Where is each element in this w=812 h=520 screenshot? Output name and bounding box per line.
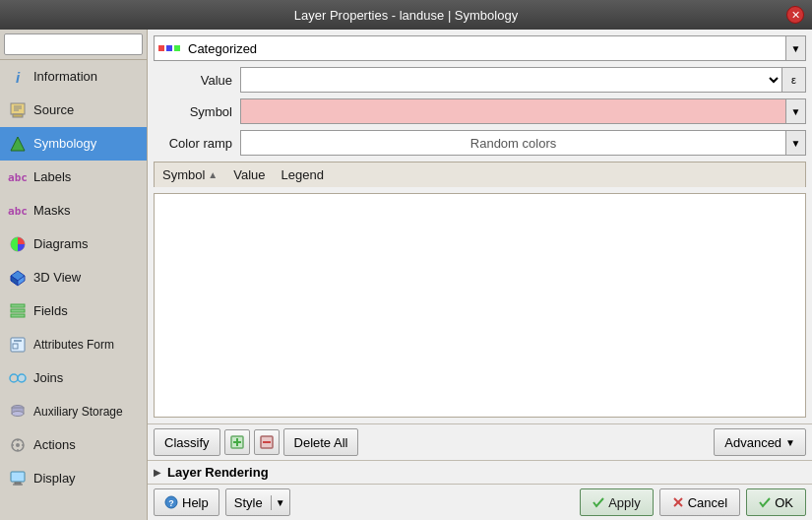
table-header-symbol: Symbol ▲ [155, 167, 225, 182]
svg-point-16 [10, 374, 18, 382]
table-header: Symbol ▲ Value Legend [154, 162, 806, 187]
add-rule-button[interactable] [224, 429, 250, 455]
sidebar-item-3dview[interactable]: 3D View [0, 261, 147, 294]
svg-point-22 [16, 443, 20, 447]
svg-rect-10 [11, 304, 25, 307]
color-ramp-value: Random colors [241, 131, 785, 155]
sidebar-item-label: Source [33, 102, 74, 118]
auxiliary-storage-icon [8, 402, 28, 422]
style-combo-button[interactable]: Style ▼ [225, 488, 290, 516]
masks-icon: abc [8, 201, 28, 221]
search-box [0, 30, 147, 60]
sidebar-item-label: Attributes Form [33, 338, 114, 352]
symbol-control[interactable]: ▼ [240, 98, 806, 124]
cancel-button[interactable]: Cancel [659, 488, 740, 516]
table-header-value: Value [225, 167, 273, 182]
sidebar-item-actions[interactable]: Actions [0, 428, 147, 462]
sidebar-item-label: Joins [33, 370, 63, 386]
3dview-icon [8, 268, 28, 288]
main-layout: i Information Source Symbology [0, 30, 812, 520]
layer-rendering-row[interactable]: ▶ Layer Rendering [148, 460, 812, 484]
table-header-legend: Legend [274, 167, 332, 182]
svg-rect-12 [11, 314, 25, 317]
value-row: Value ε [154, 67, 806, 93]
color-ramp-arrow[interactable]: ▼ [785, 131, 805, 155]
display-icon [8, 469, 28, 488]
help-button[interactable]: ? Help [154, 488, 219, 516]
value-label: Value [154, 73, 232, 88]
sidebar: i Information Source Symbology [0, 30, 148, 520]
labels-icon: abc [8, 167, 28, 187]
svg-text:?: ? [168, 498, 174, 508]
search-input[interactable] [4, 33, 143, 55]
advanced-dropdown-arrow: ▼ [785, 437, 795, 448]
style-arrow: ▼ [272, 497, 289, 508]
renderer-type: Categorized [184, 41, 785, 56]
classify-button[interactable]: Classify [154, 428, 220, 456]
information-icon: i [8, 67, 28, 87]
svg-point-20 [12, 412, 24, 417]
sidebar-item-masks[interactable]: abc Masks [0, 194, 147, 228]
sidebar-item-label: Diagrams [33, 236, 89, 252]
symbol-preview [241, 99, 785, 123]
value-select[interactable] [241, 68, 781, 92]
table-body [154, 193, 806, 418]
titlebar: Layer Properties - landuse | Symbology ✕ [0, 0, 812, 30]
renderer-dropdown-arrow[interactable]: ▼ [785, 36, 805, 60]
layer-rendering-label: Layer Rendering [167, 465, 269, 480]
symbol-row: Symbol ▼ [154, 98, 806, 124]
categorized-icon [155, 45, 184, 51]
diagrams-icon [8, 234, 28, 254]
renderer-dropdown[interactable]: Categorized ▼ [154, 35, 806, 61]
sidebar-item-fields[interactable]: Fields [0, 294, 147, 328]
sidebar-item-label: Symbology [33, 136, 96, 152]
renderer-row: Categorized ▼ [154, 35, 806, 61]
sidebar-item-information[interactable]: i Information [0, 60, 147, 94]
sidebar-item-label: Auxiliary Storage [33, 405, 123, 419]
sidebar-item-joins[interactable]: Joins [0, 361, 147, 395]
layer-rendering-triangle: ▶ [154, 467, 161, 478]
delete-all-button[interactable]: Delete All [283, 428, 359, 456]
symbol-dropdown-arrow[interactable]: ▼ [785, 99, 805, 123]
sidebar-item-label: Information [33, 69, 97, 85]
joins-icon [8, 368, 28, 388]
attributes-form-icon [8, 335, 28, 355]
window-title: Layer Properties - landuse | Symbology [294, 8, 518, 23]
content-area: Categorized ▼ Value ε Symbol [148, 30, 812, 520]
sidebar-item-label: Display [33, 471, 76, 487]
sidebar-item-labels[interactable]: abc Labels [0, 161, 147, 194]
color-ramp-control[interactable]: Random colors ▼ [240, 130, 806, 156]
advanced-button[interactable]: Advanced ▼ [714, 428, 806, 456]
svg-rect-1 [13, 114, 23, 117]
actions-icon [8, 435, 28, 455]
color-ramp-label: Color ramp [154, 136, 232, 151]
symbol-label: Symbol [154, 104, 232, 119]
ok-button[interactable]: OK [746, 488, 806, 516]
sidebar-item-label: Actions [33, 437, 76, 453]
close-button[interactable]: ✕ [786, 6, 804, 24]
content-inner: Categorized ▼ Value ε Symbol [148, 30, 812, 423]
svg-marker-5 [11, 137, 25, 151]
sidebar-item-display[interactable]: Display [0, 462, 147, 495]
value-expression-button[interactable]: ε [781, 68, 805, 92]
sidebar-item-source[interactable]: Source [0, 94, 147, 127]
style-label: Style [226, 495, 272, 510]
sidebar-item-auxiliary-storage[interactable]: Auxiliary Storage [0, 395, 147, 428]
svg-rect-11 [11, 309, 25, 312]
color-ramp-row: Color ramp Random colors ▼ [154, 130, 806, 156]
apply-button[interactable]: Apply [580, 488, 654, 516]
footer: ? Help Style ▼ Apply Cancel [148, 484, 812, 520]
sidebar-item-diagrams[interactable]: Diagrams [0, 228, 147, 261]
fields-icon [8, 301, 28, 321]
sidebar-item-label: Labels [33, 169, 71, 185]
sidebar-item-label: Masks [33, 203, 71, 219]
value-combo[interactable]: ε [240, 67, 806, 93]
sidebar-item-label: 3D View [33, 270, 81, 286]
bottom-toolbar: Classify Delete All Advanced [148, 423, 812, 460]
sidebar-item-label: Fields [33, 303, 68, 319]
symbology-icon [8, 134, 28, 154]
sidebar-item-attributes-form[interactable]: Attributes Form [0, 328, 147, 361]
sidebar-item-symbology[interactable]: Symbology [0, 127, 147, 161]
source-icon [8, 100, 28, 120]
remove-rule-button[interactable] [254, 429, 280, 455]
